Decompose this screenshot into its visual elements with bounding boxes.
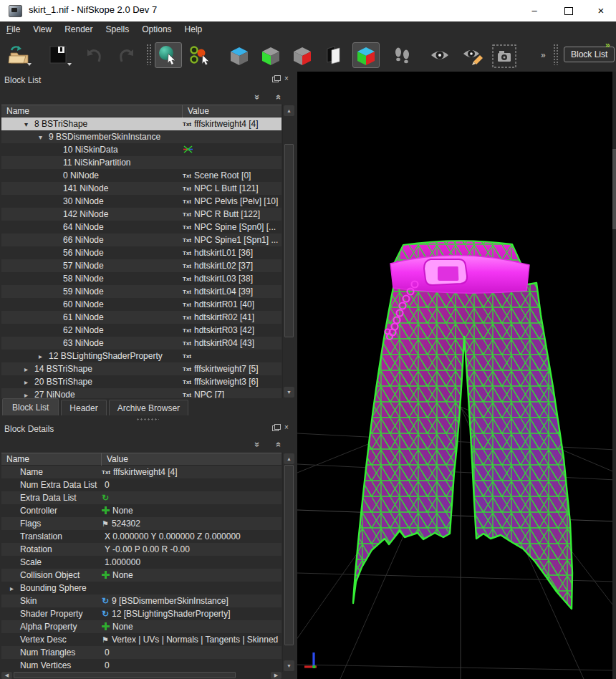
scroll-up-icon[interactable]: ▲ xyxy=(284,105,294,116)
table-row[interactable]: 11 NiSkinPartition xyxy=(1,156,281,169)
table-row[interactable]: Vertex Desc⚑Vertex | UVs | Normals | Tan… xyxy=(1,633,281,646)
redo-button[interactable] xyxy=(115,43,140,67)
table-row[interactable]: 10 NiSkinData xyxy=(1,143,281,156)
table-row[interactable]: RotationY -0.00 P 0.00 R -0.00 xyxy=(1,543,281,556)
open-file-button[interactable] xyxy=(6,43,32,67)
screenshot-button[interactable] xyxy=(490,43,516,67)
viewport-edge-scrollbar[interactable] xyxy=(612,72,616,679)
table-row[interactable]: 62 NiNodeTxthdtskirtR03 [42] xyxy=(1,324,281,337)
close-button[interactable]: × xyxy=(584,0,616,21)
table-row[interactable]: ▸14 BSTriShapeTxtfffskirtweight7 [5] xyxy=(1,362,281,375)
block-details-float-button[interactable] xyxy=(271,423,279,431)
top-view-cube-button[interactable] xyxy=(226,43,252,67)
table-row[interactable]: ▸Bounding Sphere xyxy=(1,582,281,594)
table-row[interactable]: 59 NiNodeTxthdtskirtL04 [39] xyxy=(1,285,281,298)
expand-icon[interactable]: ▸ xyxy=(39,350,49,363)
rgb-axes-cube-button[interactable] xyxy=(352,42,380,68)
table-row[interactable]: Extra Data List↻ xyxy=(1,491,281,504)
collapse-icon[interactable]: ▾ xyxy=(24,118,34,131)
scroll-thumb[interactable] xyxy=(284,465,294,645)
save-button[interactable] xyxy=(46,43,72,67)
table-row[interactable]: Scale1.000000 xyxy=(1,556,281,569)
walk-mode-button[interactable] xyxy=(390,43,415,67)
expand-icon[interactable]: ▸ xyxy=(10,582,20,595)
table-row[interactable]: ▾9 BSDismemberSkinInstance xyxy=(1,130,281,143)
open-dropdown-caret[interactable] xyxy=(27,63,32,66)
menu-render[interactable]: Render xyxy=(58,21,99,34)
table-row[interactable]: Num Extra Data List0 xyxy=(1,478,281,491)
column-header-value[interactable]: Value xyxy=(102,453,281,466)
block-list-vscrollbar[interactable]: ▲ ▼ xyxy=(282,105,295,398)
undo-button[interactable] xyxy=(80,43,106,67)
scroll-down-icon[interactable]: ▼ xyxy=(284,660,294,671)
expand-icon[interactable]: ▸ xyxy=(24,376,34,389)
table-row[interactable]: 57 NiNodeTxthdtskirtL02 [37] xyxy=(1,259,281,272)
table-row[interactable]: 141 NiNodeTxtNPC L Butt [121] xyxy=(1,182,281,195)
table-row[interactable]: TranslationX 0.000000 Y 0.000000 Z 0.000… xyxy=(1,530,281,543)
viewport-3d[interactable] xyxy=(297,72,616,679)
table-row[interactable]: ControllerNone xyxy=(1,504,281,517)
block-details-vscrollbar[interactable]: ▲ ▼ xyxy=(282,453,295,672)
block-list-close-button[interactable]: × xyxy=(282,74,291,82)
vertex-select-button[interactable] xyxy=(155,42,182,68)
double-sided-button[interactable] xyxy=(321,43,347,67)
show-hidden-button[interactable] xyxy=(427,43,453,67)
block-list-collapse-all-icon[interactable]: » xyxy=(272,92,283,102)
expand-icon[interactable]: ▸ xyxy=(24,389,34,398)
table-row[interactable]: 63 NiNodeTxthdtskirtR04 [43] xyxy=(1,337,281,350)
menu-file[interactable]: File xyxy=(0,21,27,34)
node-select-button[interactable] xyxy=(188,43,213,67)
maximize-button[interactable] xyxy=(552,0,585,21)
column-header-name[interactable]: Name xyxy=(1,105,183,118)
block-list-expand-all-icon[interactable]: » xyxy=(252,92,263,102)
table-row[interactable]: 60 NiNodeTxthdtskirtR01 [40] xyxy=(1,298,281,311)
block-details-collapse-all-icon[interactable]: » xyxy=(272,440,283,450)
corner-overflow-chevron[interactable]: » xyxy=(605,40,610,50)
scroll-up-icon[interactable]: ▲ xyxy=(284,453,294,464)
draw-mode-button[interactable] xyxy=(460,43,486,67)
table-row[interactable]: 64 NiNodeTxtNPC Spine [Spn0] [... xyxy=(1,221,281,233)
table-row[interactable]: 58 NiNodeTxthdtskirtL03 [38] xyxy=(1,272,281,285)
toolbar-dock-handle[interactable] xyxy=(553,44,559,65)
save-dropdown-caret[interactable] xyxy=(67,63,72,66)
table-row[interactable]: 61 NiNodeTxthdtskirtR02 [41] xyxy=(1,311,281,324)
scroll-right-icon[interactable]: ▶ xyxy=(271,672,281,679)
table-row[interactable]: Collision ObjectNone xyxy=(1,569,281,582)
column-header-name[interactable]: Name xyxy=(1,453,102,466)
table-row[interactable]: ▸12 BSLightingShaderPropertyTxt xyxy=(1,350,281,362)
table-row[interactable]: Flags⚑524302 xyxy=(1,517,281,530)
collapse-icon[interactable]: ▾ xyxy=(39,131,49,144)
table-row[interactable]: ▸27 NiNodeTxtNPC [7] xyxy=(1,388,281,398)
toolbar-overflow-chevron[interactable]: » xyxy=(541,50,546,60)
block-details-expand-all-icon[interactable]: » xyxy=(252,440,263,450)
expand-icon[interactable]: ▸ xyxy=(24,363,34,376)
scroll-thumb[interactable] xyxy=(284,144,294,337)
table-row[interactable]: 30 NiNodeTxtNPC Pelvis [Pelv] [10] xyxy=(1,195,281,208)
table-row[interactable]: ▸20 BSTriShapeTxtfffskirtweight3 [6] xyxy=(1,375,281,388)
table-row[interactable]: 56 NiNodeTxthdtskirtL01 [36] xyxy=(1,246,281,259)
table-row[interactable]: Num Vertices0 xyxy=(1,659,281,672)
table-row[interactable]: ▾8 BSTriShapeTxtfffskirtweight4 [4] xyxy=(1,117,281,130)
menu-view[interactable]: View xyxy=(27,21,58,34)
table-row[interactable]: 142 NiNodeTxtNPC R Butt [122] xyxy=(1,208,281,221)
table-row[interactable]: Alpha PropertyNone xyxy=(1,620,281,633)
tab-block-list[interactable]: Block List xyxy=(2,398,59,415)
menu-options[interactable]: Options xyxy=(135,21,178,34)
front-view-cube-button[interactable] xyxy=(258,43,284,67)
table-row[interactable]: 66 NiNodeTxtNPC Spine1 [Spn1] ... xyxy=(1,233,281,246)
scroll-thumb[interactable] xyxy=(14,672,236,678)
table-row[interactable]: Shader Property↻12 [BSLightingShaderProp… xyxy=(1,607,281,620)
side-view-cube-button[interactable] xyxy=(289,43,315,67)
tab-archive-browser[interactable]: Archive Browser xyxy=(109,400,188,415)
table-row[interactable]: Skin↻9 [BSDismemberSkinInstance] xyxy=(1,594,281,607)
table-row[interactable]: NameTxtfffskirtweight4 [4] xyxy=(1,466,281,478)
table-row[interactable]: 0 NiNodeTxtScene Root [0] xyxy=(1,169,281,182)
block-details-close-button[interactable]: × xyxy=(282,423,291,431)
minimize-button[interactable]: – xyxy=(518,0,551,21)
scroll-down-icon[interactable]: ▼ xyxy=(284,387,294,398)
panel-splitter-handle[interactable] xyxy=(136,418,159,421)
block-details-hscrollbar[interactable]: ◀ ▶ xyxy=(1,672,281,679)
menu-help[interactable]: Help xyxy=(178,21,209,34)
tab-header[interactable]: Header xyxy=(61,400,106,415)
menu-spells[interactable]: Spells xyxy=(100,21,136,34)
